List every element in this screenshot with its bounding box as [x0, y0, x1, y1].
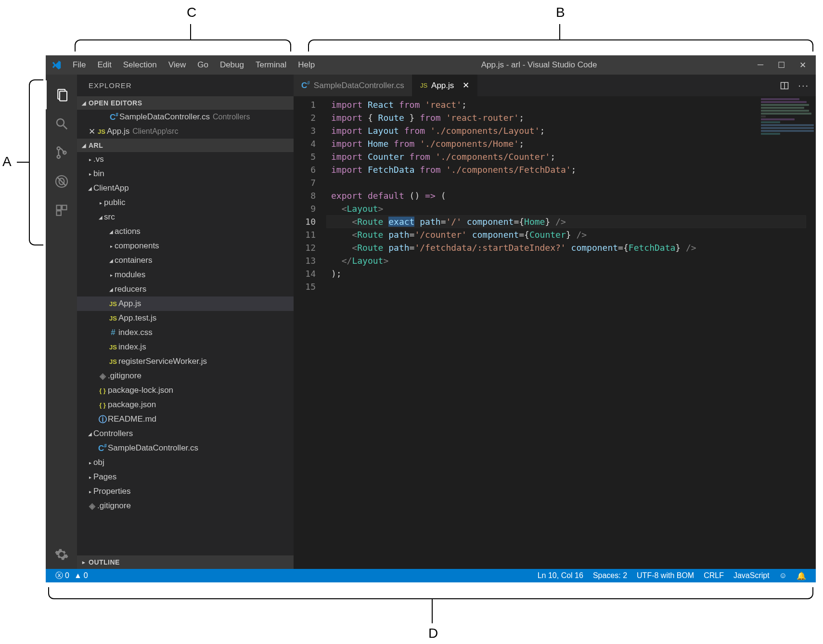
chevron-right-icon: ▸	[108, 244, 115, 249]
tree-item-label: index.css	[118, 328, 153, 337]
chevron-right-icon: ▸	[87, 489, 93, 494]
tree-file[interactable]: JSApp.test.js	[77, 311, 294, 325]
tree-file[interactable]: C#SampleDataController.cs	[77, 441, 294, 455]
activity-settings-icon[interactable]	[46, 540, 77, 569]
tree-item-label: modules	[115, 270, 145, 280]
tree-file[interactable]: { }package.json	[77, 398, 294, 412]
menu-view[interactable]: View	[163, 60, 192, 70]
menu-terminal[interactable]: Terminal	[250, 60, 292, 70]
css-file-icon: #	[108, 328, 118, 337]
chevron-right-icon: ▸	[87, 475, 93, 480]
status-encoding[interactable]: UTF-8 with BOM	[632, 571, 699, 580]
close-icon[interactable]: ✕	[463, 80, 469, 90]
warning-icon: ▲	[74, 571, 82, 580]
svg-point-5	[57, 155, 60, 158]
code-editor[interactable]: 123456789101112131415 import React from …	[294, 96, 816, 569]
status-spaces[interactable]: Spaces: 2	[588, 571, 632, 580]
window-minimize-icon[interactable]: ─	[758, 60, 763, 70]
tree-folder[interactable]: ◢reducers	[77, 282, 294, 296]
menu-file[interactable]: File	[67, 60, 91, 70]
minimap[interactable]	[761, 98, 814, 137]
tree-folder[interactable]: ▸.vs	[77, 152, 294, 167]
sidebar: EXPLORER ◢ OPEN EDITORS C#SampleDataCont…	[77, 75, 294, 569]
open-editor-path: ClientApp\src	[132, 127, 178, 136]
open-editors-tree: C#SampleDataController.csControllers✕JSA…	[77, 110, 294, 139]
tree-file[interactable]: ⓘREADME.md	[77, 412, 294, 426]
chevron-right-icon: ▸	[80, 559, 88, 566]
window-maximize-icon[interactable]: ☐	[778, 60, 785, 70]
svg-rect-11	[56, 211, 61, 215]
activity-explorer-icon[interactable]	[46, 80, 77, 109]
menu-go[interactable]: Go	[192, 60, 214, 70]
svg-line-3	[63, 126, 67, 129]
tree-folder[interactable]: ▸Properties	[77, 484, 294, 499]
vscode-window: File Edit Selection View Go Debug Termin…	[46, 55, 816, 582]
editor-zone: C#SampleDataController.csJSApp.js✕ ··· 1…	[294, 75, 816, 569]
split-editor-icon[interactable]	[780, 81, 789, 90]
status-bell-icon[interactable]: 🔔	[792, 571, 811, 580]
open-editors-header[interactable]: ◢ OPEN EDITORS	[77, 96, 294, 110]
code-content[interactable]: import React from 'react';import { Route…	[326, 96, 816, 569]
csharp-file-icon: C#	[109, 112, 119, 122]
annotation-a: A	[2, 154, 12, 169]
status-errors[interactable]: ⓧ0 ▲0	[51, 571, 93, 581]
tree-file[interactable]: #index.css	[77, 325, 294, 340]
annotation-bracket-b	[308, 39, 813, 52]
tree-item-label: README.md	[108, 414, 156, 424]
activity-search-icon[interactable]	[46, 109, 77, 138]
tree-folder[interactable]: ▸modules	[77, 268, 294, 282]
menu-debug[interactable]: Debug	[214, 60, 250, 70]
tree-folder[interactable]: ◢ClientApp	[77, 181, 294, 195]
window-close-icon[interactable]: ✕	[799, 60, 806, 70]
tree-folder[interactable]: ◢containers	[77, 253, 294, 268]
tree-folder[interactable]: ◢actions	[77, 224, 294, 239]
activity-bar	[46, 75, 77, 569]
tree-file[interactable]: JSindex.js	[77, 340, 294, 354]
js-file-icon: JS	[108, 358, 118, 365]
tree-folder[interactable]: ◢src	[77, 210, 294, 224]
chevron-right-icon: ▸	[87, 157, 93, 162]
activity-debug-icon[interactable]	[46, 167, 77, 196]
tree-folder[interactable]: ▸Pages	[77, 470, 294, 484]
menu-edit[interactable]: Edit	[91, 60, 117, 70]
open-editor-item[interactable]: C#SampleDataController.csControllers	[77, 110, 294, 124]
menu-help[interactable]: Help	[292, 60, 321, 70]
status-eol[interactable]: CRLF	[699, 571, 729, 580]
tree-item-label: bin	[93, 169, 104, 179]
js-file-icon: JS	[108, 315, 118, 322]
chevron-down-icon: ◢	[80, 100, 88, 106]
open-editor-item[interactable]: ✕JSApp.jsClientApp\src	[77, 124, 294, 139]
tab-label: App.js	[431, 81, 454, 90]
tree-file[interactable]: { }package-lock.json	[77, 383, 294, 398]
status-feedback-icon[interactable]: ☺	[774, 571, 792, 580]
close-icon[interactable]: ✕	[88, 127, 96, 137]
tree-folder[interactable]: ▸obj	[77, 455, 294, 470]
activity-extensions-icon[interactable]	[46, 196, 77, 225]
file-tree: ▸.vs▸bin◢ClientApp▸public◢src◢actions▸co…	[77, 152, 294, 555]
tree-folder[interactable]: ▸public	[77, 195, 294, 210]
editor-tab[interactable]: JSApp.js✕	[412, 75, 477, 96]
menu-selection[interactable]: Selection	[117, 60, 163, 70]
tree-item-label: .gitignore	[108, 371, 141, 381]
svg-rect-1	[60, 91, 67, 101]
tree-item-label: package.json	[108, 400, 156, 410]
tree-folder[interactable]: ◢Controllers	[77, 426, 294, 441]
status-language[interactable]: JavaScript	[729, 571, 774, 580]
editor-tab[interactable]: C#SampleDataController.cs	[294, 75, 412, 96]
activity-source-control-icon[interactable]	[46, 138, 77, 167]
tree-item-label: .gitignore	[97, 501, 131, 511]
tree-item-label: SampleDataController.cs	[108, 443, 198, 453]
status-cursor-position[interactable]: Ln 10, Col 16	[533, 571, 588, 580]
tree-file[interactable]: ◈.gitignore	[77, 499, 294, 513]
tree-file[interactable]: ◈.gitignore	[77, 369, 294, 383]
status-bar: ⓧ0 ▲0 Ln 10, Col 16 Spaces: 2 UTF-8 with…	[46, 569, 816, 582]
tree-file[interactable]: JSApp.js	[77, 296, 294, 311]
tree-file[interactable]: JSregisterServiceWorker.js	[77, 354, 294, 369]
chevron-down-icon: ◢	[108, 258, 115, 263]
tree-item-label: Controllers	[93, 429, 133, 438]
tree-folder[interactable]: ▸bin	[77, 167, 294, 181]
outline-header[interactable]: ▸ OUTLINE	[77, 555, 294, 569]
project-header[interactable]: ◢ ARL	[77, 139, 294, 152]
more-actions-icon[interactable]: ···	[798, 80, 809, 91]
tree-folder[interactable]: ▸components	[77, 239, 294, 253]
